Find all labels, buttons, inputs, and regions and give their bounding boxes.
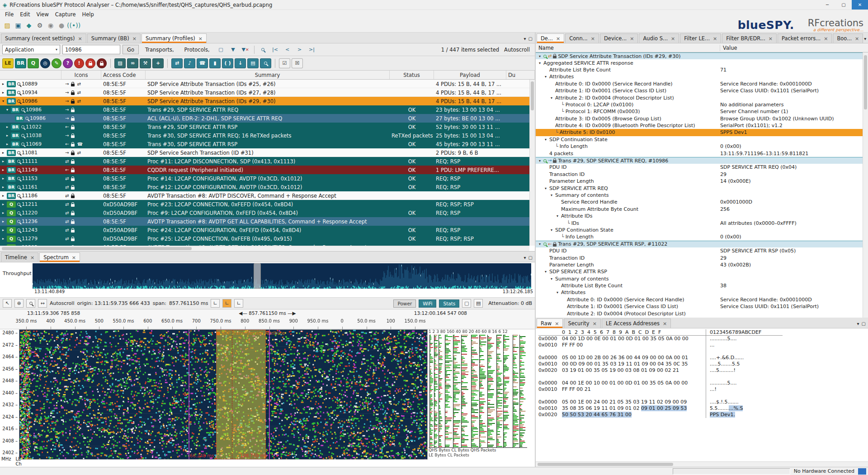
close-tab-icon[interactable]: × (671, 36, 675, 42)
table-row[interactable]: ▸Q11236⇄08:5E:5FAVDTP Transaction #8: AV… (0, 217, 529, 226)
tree-row[interactable]: Parameter Length14 (0x000E) (536, 178, 868, 185)
application-select[interactable]: Application▾ (2, 45, 60, 54)
select-none[interactable]: ☒ (292, 58, 303, 68)
go-button[interactable]: Go (123, 45, 139, 54)
tab-filter-le[interactable]: Filter LE...× (680, 33, 721, 43)
expander-icon[interactable]: ▸ (1, 237, 5, 241)
tree-expander-icon[interactable]: ▾ (543, 270, 548, 274)
close-tab-icon[interactable]: × (556, 36, 560, 42)
tree-row[interactable]: PDU IDSDP SERVICE ATTR REQ (0x04) (536, 164, 868, 171)
tree-row[interactable]: Service Record Handle0x0001000D (536, 199, 868, 205)
tree-expander-icon[interactable]: ▾ (538, 159, 542, 163)
tab-audio-s[interactable]: Audio S...× (639, 33, 679, 43)
close-tab-icon[interactable]: × (72, 255, 76, 261)
tool-paint[interactable]: ▨ (114, 58, 126, 68)
corner-right-icon[interactable]: ∟ (234, 299, 243, 308)
close-button[interactable]: ✕ (852, 0, 868, 10)
filter-scan[interactable]: ◎ (40, 58, 50, 68)
column-header-status[interactable]: Status (390, 71, 434, 79)
tree-row[interactable]: └Info Length0 (0x00) (536, 143, 868, 150)
tree-row[interactable]: Transaction ID29 (536, 254, 868, 261)
close-tab-icon[interactable]: × (132, 36, 137, 42)
panel-float-icon[interactable]: ▢ (862, 321, 866, 326)
table-row[interactable]: ▸Q11211⇄0xD50AD9BFProc #23: L2CAP CONNEC… (0, 200, 529, 209)
corner-mid-icon[interactable]: ∟ (222, 299, 231, 308)
trace-style-icon[interactable]: ▤ (474, 299, 483, 308)
hex-row[interactable]: 0x001035 08 35 06 19 11 01 09 01 02 09 0… (538, 405, 868, 412)
close-tab-icon[interactable]: × (713, 36, 717, 42)
expander-icon[interactable]: ▸ (1, 151, 5, 155)
table-row[interactable]: ▸BR10934→⇄08:5E:5FSDP Service Attribute … (0, 88, 529, 97)
protocols-menu-button[interactable]: Protocols, (180, 45, 214, 54)
antenna-icon[interactable]: ((•)) (67, 20, 80, 31)
tree-expander-icon[interactable]: ▾ (538, 242, 542, 246)
expander-icon[interactable]: ▸ (1, 211, 5, 215)
menu-item-view[interactable]: View (33, 11, 52, 18)
stats-toggle[interactable]: Stats (439, 299, 459, 308)
filter-lock-dark[interactable] (97, 58, 107, 68)
tool-link[interactable]: ∞ (127, 58, 138, 68)
panel-menu-icon[interactable]: ▾ (524, 36, 526, 41)
transports-menu-button[interactable]: Transports, (141, 45, 178, 54)
tree-expander-icon[interactable]: ▾ (549, 228, 554, 232)
expander-icon[interactable]: ▸ (1, 194, 5, 198)
proto-page[interactable]: ▤ (247, 58, 259, 68)
timeline-autoscroll-label[interactable]: Autoscroll (50, 300, 74, 306)
table-row[interactable]: ▸Q11243⇄0xD50AD9BFProc #24: L2CAP CONFIG… (0, 226, 529, 234)
hex-row[interactable]: 0x002050 50 53 20 44 65 76 31 00PPS Dev1… (538, 412, 868, 418)
tree-row[interactable]: ▾Attribute IDs (536, 213, 868, 219)
tab-packet-errors[interactable]: Packet errors...× (778, 33, 832, 43)
tree-expander-icon[interactable]: ▾ (543, 138, 548, 142)
close-tab-icon[interactable]: × (591, 36, 595, 42)
tree-row[interactable]: ▾SDP Continuation State (536, 136, 868, 143)
tree-row[interactable]: └Attribute 5: ID 0x0100SPPS Dev1 (536, 129, 868, 136)
table-row[interactable]: ▸BR11149←08:5E:5FCQDDR request (Peripher… (0, 166, 529, 174)
tab-boo[interactable]: Boo...× (833, 33, 863, 43)
throughput-plot[interactable]: 13:11:40.849 13:12:26.185 (33, 262, 535, 297)
filter-funnel-clear-icon[interactable]: ▼✕ (241, 45, 250, 54)
tree-row[interactable]: ▾Summary of contents (536, 192, 868, 199)
expander-icon[interactable]: ▾ (1, 99, 5, 103)
expander-icon[interactable]: ▸ (1, 228, 5, 232)
expander-icon[interactable]: ▸ (1, 176, 5, 180)
table-row[interactable]: ▾BR10986→⇄08:5E:5FSDP Service Attribute … (0, 97, 529, 105)
tab-filter-br-edr[interactable]: Filter BR/EDR...× (722, 33, 777, 43)
table-row[interactable]: ▸BR11161⇄08:5E:5FProc #12: L2CAP CONFIGU… (0, 183, 529, 191)
save-icon[interactable]: ▣ (13, 20, 24, 31)
tab-raw[interactable]: Raw× (537, 318, 563, 328)
time-selection-region[interactable]: SDP Trans. Service Attribute -66.248 ms … (216, 330, 266, 459)
expander-icon[interactable]: ▸ (1, 168, 5, 172)
record-icon[interactable]: ◉ (45, 20, 56, 31)
tree-row[interactable]: Attribute 3: ID 0x0005 (Browse Group Lis… (536, 115, 868, 122)
value-column-header[interactable]: Value (720, 45, 868, 51)
filter-edit[interactable]: ✎ (52, 58, 61, 68)
table-row[interactable]: ▸BR11111⇄08:5E:5FProc #11: L2CAP DISCONN… (0, 157, 529, 166)
table-row[interactable]: ▸BR10889→⇄08:5E:5FSDP Service Attribute … (0, 80, 529, 88)
tree-expander-icon[interactable]: ▾ (555, 214, 560, 218)
name-column-header[interactable]: Name (536, 45, 720, 51)
filter-q[interactable]: Q (28, 58, 39, 68)
table-row[interactable]: ▸BR11038→08:5E:5FTrans #30, SDP SERVICE … (0, 131, 529, 140)
close-tab-icon[interactable]: × (769, 36, 773, 42)
tab-security[interactable]: Security× (564, 318, 600, 328)
tab-summary-recent-settings[interactable]: Summary (recent settings)× (1, 33, 86, 43)
tree-row[interactable]: Attribute 4: ID 0x0009 (Bluetooth Profil… (536, 122, 868, 129)
tree-row[interactable]: Attribute List Byte Count38 (536, 282, 868, 289)
tree-row[interactable]: ▾Attribute 2: ID 0x0004 (Protocol Descri… (536, 94, 868, 101)
tree-row[interactable]: └Protocol 0: L2CAP (0x0100)No additional… (536, 101, 868, 108)
tree-vertical-scrollbar[interactable] (863, 52, 868, 318)
select-all[interactable]: ☑ (279, 58, 290, 68)
settings-gear-icon[interactable]: ⚙ (34, 20, 45, 31)
open-file-icon[interactable]: ▨ (2, 20, 13, 31)
tree-expander-icon[interactable]: ▾ (538, 54, 542, 58)
tree-expander-icon[interactable]: ▾ (549, 277, 554, 281)
maximize-button[interactable]: ▢ (835, 0, 852, 10)
tree-expander-icon[interactable]: ▾ (549, 96, 554, 100)
tree-row[interactable]: Attribute List Byte Count71 (536, 66, 868, 73)
table-row[interactable]: ▸BR11081→⇄08:5E:5FSDP Service Search Tra… (0, 148, 529, 157)
hex-row[interactable]: 0x000004 00 1E 00 10 00 01 00 0D 01 00 3… (538, 380, 868, 386)
tree-row[interactable]: Transaction ID29 (536, 171, 868, 178)
tab-summary-profiles[interactable]: Summary (Profiles)× (142, 33, 207, 43)
hex-row[interactable]: 0x000005 00 1E 00 24 00 21 05 35 03 19 1… (538, 399, 868, 405)
filter-unknown[interactable]: ? (63, 58, 73, 68)
